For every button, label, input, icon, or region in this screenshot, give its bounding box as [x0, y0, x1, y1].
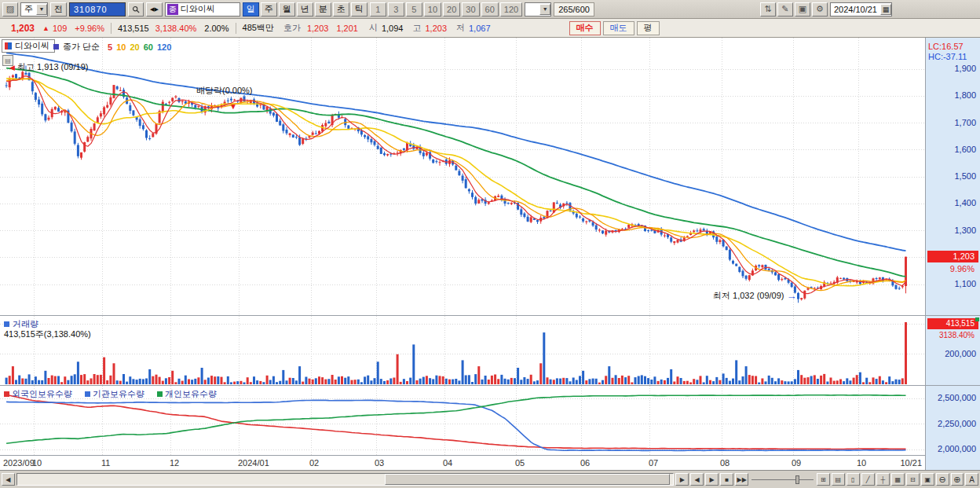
line-style-icon[interactable]: ╱	[861, 473, 875, 486]
stock-code-input[interactable]: 310870	[69, 2, 126, 17]
compare-icon[interactable]: ⊟	[906, 473, 920, 486]
toolbar-icon-group: ⇅✎▣⚙	[760, 2, 828, 17]
open-price: 1,094	[382, 24, 404, 33]
low-price: 1,067	[469, 24, 491, 33]
low-annotation: 최저 1,032 (09/09) →	[713, 290, 797, 302]
exdiv-arrow-icon: ▼	[229, 102, 237, 111]
low-label: 저	[456, 22, 465, 34]
avg-button[interactable]: 평	[637, 21, 660, 35]
interval-button-3[interactable]: 3	[388, 2, 404, 17]
ma-legend-10: 10	[116, 42, 126, 52]
volume-marker: 413,515	[927, 318, 978, 329]
price-pane[interactable]: 디와이씨 종가 단순 5102060120 ▤ ◀ 최고 1,913 (09/1…	[0, 38, 925, 316]
chart-scrollbar[interactable]	[16, 473, 675, 486]
ask-price: 1,203	[307, 24, 329, 33]
price-change: 109	[53, 24, 67, 33]
high-annotation: ◀ 최고 1,913 (09/19)	[9, 61, 88, 73]
chart-play-button[interactable]: ▶	[705, 473, 719, 486]
sell-button[interactable]: 매도	[603, 21, 634, 35]
interval-button-1[interactable]: 1	[370, 2, 386, 17]
scrollbar-thumb[interactable]	[385, 474, 671, 485]
holdings-legend-label: 개인보유수량	[165, 388, 217, 400]
chart-tab-icon	[5, 42, 12, 50]
zoom-in-icon[interactable]: ⊕	[951, 473, 964, 486]
prev-next-stock-button[interactable]: ◀▶	[146, 2, 163, 17]
ma-legend-5: 5	[108, 42, 112, 52]
price-axis-tick: 1,800	[927, 90, 976, 100]
x-axis-label: 11	[101, 458, 110, 468]
holdings-legend-label: 기관보유수량	[93, 388, 144, 400]
period-button-주[interactable]: 주	[261, 2, 277, 17]
change-percent: +9.96%	[75, 24, 104, 33]
chart-step-back-button[interactable]: ◀	[690, 473, 704, 486]
interval-button-30[interactable]: 30	[462, 2, 479, 17]
zoom-out-icon[interactable]: ⊖	[936, 473, 949, 486]
interval-button-5[interactable]: 5	[406, 2, 422, 17]
auto-scale-button[interactable]: A	[965, 473, 978, 486]
holdings-legend-label: 외국인보유수량	[12, 388, 72, 400]
x-axis-label: 10	[32, 458, 42, 468]
settings-gear-icon[interactable]: ⚙	[812, 2, 828, 17]
scroll-left-button[interactable]: ◀	[2, 473, 15, 486]
search-icon[interactable]	[128, 2, 144, 17]
period-button-group: 일주월년분초틱	[243, 2, 368, 17]
period-button-초[interactable]: 초	[333, 2, 349, 17]
date-field[interactable]: 2024/10/21▦	[830, 2, 892, 17]
save-chart-icon[interactable]: ▣	[795, 2, 810, 17]
zoom-slider-thumb[interactable]	[795, 475, 799, 484]
zoom-slider[interactable]	[750, 473, 815, 486]
fit-width-icon[interactable]: ⊞	[817, 473, 830, 486]
grid-icon[interactable]: ▤	[832, 473, 845, 486]
save-image-icon[interactable]: ▣	[921, 473, 934, 486]
panel-divider	[926, 385, 980, 386]
legend-title: 종가 단순	[63, 41, 100, 53]
area-style-icon[interactable]: ▦	[891, 473, 905, 486]
stock-name-field[interactable]: 종 디와이씨	[165, 2, 240, 17]
exdiv-annotation-text: 배당락(0.00%)	[196, 85, 253, 97]
holdings-pane[interactable]: 외국인보유수량기관보유수량개인보유수량	[0, 386, 925, 456]
current-change-percent: 9.96%	[950, 264, 975, 273]
high-arrow-icon: ◀	[9, 64, 15, 72]
price-axis-tick: 1,500	[927, 171, 976, 181]
calendar-icon[interactable]: ▦	[880, 4, 891, 15]
x-axis-label: 2023/09	[3, 458, 35, 468]
high-annotation-text: 최고 1,913 (09/19)	[17, 61, 89, 73]
period-button-일[interactable]: 일	[243, 2, 259, 17]
chart-tool-icons: ⊞▤▯╱┼▦⊟▣	[817, 473, 934, 486]
ma-legend-20: 20	[130, 42, 139, 52]
crosshair-icon[interactable]: ┼	[876, 473, 890, 486]
price-axis-tick: 1,400	[927, 198, 976, 207]
interval-button-60[interactable]: 60	[481, 2, 499, 17]
volume-pane[interactable]: 거래량 413,515주(3,138.40%)	[0, 316, 925, 386]
chart-step-forward-button[interactable]: ▶▶	[735, 473, 748, 486]
interval-button-10[interactable]: 10	[424, 2, 441, 17]
chart-window-icon[interactable]: ▨	[2, 2, 18, 17]
updown-arrows-icon[interactable]: ⇅	[760, 2, 776, 17]
x-axis-label: 12	[170, 458, 179, 468]
buy-button[interactable]: 매수	[569, 21, 601, 35]
chart-style-combo[interactable]: ▼	[525, 2, 551, 17]
jeon-button[interactable]: 전	[50, 2, 67, 17]
draw-line-icon[interactable]: ✎	[777, 2, 793, 17]
period-button-년[interactable]: 년	[297, 2, 313, 17]
period-button-틱[interactable]: 틱	[351, 2, 368, 17]
interval-button-20[interactable]: 20	[443, 2, 460, 17]
chart-stop-button[interactable]: ■	[720, 473, 733, 486]
x-axis-label: 2024/01	[238, 458, 269, 468]
x-axis-label: 05	[515, 458, 525, 468]
period-button-분[interactable]: 분	[315, 2, 331, 17]
bid-price: 1,201	[336, 24, 358, 33]
current-price-marker: 1,203	[927, 251, 978, 262]
chevron-down-icon: ▼	[539, 4, 550, 15]
interval-button-120[interactable]: 120	[500, 2, 522, 17]
chart-bottom-bar: ◀ ▶ ◀▶■▶▶ ⊞▤▯╱┼▦⊟▣ ⊖ ⊕ A	[0, 470, 980, 488]
lc-value: LC:16.57	[928, 42, 964, 51]
holdings-axis-tick: 2,250,000	[927, 419, 976, 428]
x-axis-label: 02	[309, 458, 319, 468]
scroll-right-button[interactable]: ▶	[675, 473, 689, 486]
candle-style-icon[interactable]: ▯	[847, 473, 860, 486]
period-combo[interactable]: 주▼	[20, 2, 48, 17]
chart-tab[interactable]: 디와이씨	[2, 39, 55, 53]
period-button-월[interactable]: 월	[279, 2, 295, 17]
x-axis-label: 10	[857, 458, 866, 468]
